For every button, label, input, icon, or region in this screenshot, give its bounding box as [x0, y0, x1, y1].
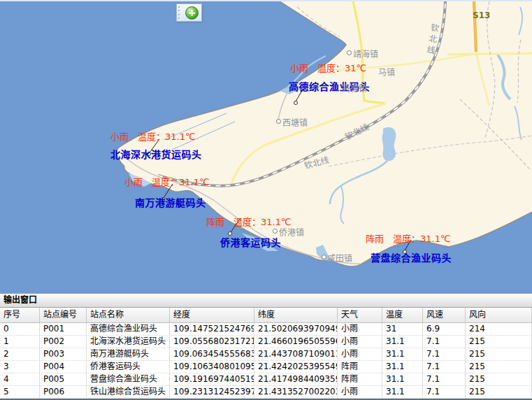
- table-cell: P005: [40, 373, 87, 386]
- table-row[interactable]: 2P003南万港游艇码头109.06345455568321.443708710…: [0, 348, 532, 361]
- column-header[interactable]: 经度: [170, 308, 254, 322]
- table-row[interactable]: 5P006铁山港综合货运码头109.23131245239721.4313527…: [0, 386, 532, 399]
- table-cell: 109.106340801095: [170, 361, 254, 373]
- table-cell: 6.9: [423, 323, 466, 336]
- table-cell: 31: [382, 323, 423, 336]
- table-cell: 109.063454555683: [170, 348, 254, 361]
- output-window-title: 输出窗口: [0, 294, 532, 308]
- table-cell: 109.231312452397: [170, 386, 254, 399]
- table-cell: 215: [466, 348, 532, 361]
- column-header[interactable]: 天气: [338, 308, 382, 322]
- column-header[interactable]: 序号: [0, 308, 40, 322]
- table-cell: 21.4660196505596: [254, 336, 338, 348]
- table-cell: 109.147521524769: [170, 323, 254, 336]
- table-cell: 31.1: [382, 336, 423, 348]
- table-header-row: 序号站点编号站点名称经度纬度天气温度风速风向: [0, 308, 532, 323]
- table-cell: 0: [0, 323, 40, 336]
- column-header[interactable]: 温度: [382, 308, 423, 322]
- table-cell: 215: [466, 386, 532, 399]
- column-header[interactable]: 纬度: [254, 308, 338, 322]
- map-toolbar: +: [176, 3, 202, 22]
- table-cell: 小雨: [338, 348, 382, 361]
- table-cell: 7.1: [423, 373, 466, 386]
- table-cell: 31.1: [382, 361, 423, 373]
- table-cell: P001: [40, 323, 87, 336]
- table-cell: 7.1: [423, 361, 466, 373]
- table-cell: 109.055680231721: [170, 336, 254, 348]
- table-row[interactable]: 0P001高德综合渔业码头109.14752152476921.50206939…: [0, 323, 532, 336]
- output-window-panel: 输出窗口 序号站点编号站点名称经度纬度天气温度风速风向 0P001高德综合渔业码…: [0, 293, 532, 400]
- add-icon: +: [188, 7, 196, 18]
- table-row[interactable]: 4P005营盘综合渔业码头109.19169744051921.41749844…: [0, 373, 532, 386]
- table-cell: P003: [40, 348, 87, 361]
- table-cell: 2: [0, 348, 40, 361]
- table-cell: 215: [466, 336, 532, 348]
- add-marker-button[interactable]: +: [185, 6, 199, 20]
- table-cell: 109.191697440519: [170, 373, 254, 386]
- table-cell: 21.4437087109011: [254, 348, 338, 361]
- column-header[interactable]: 风速: [423, 308, 466, 322]
- table-cell: 21.5020693970949: [254, 323, 338, 336]
- table-row[interactable]: 1P002北海深水港货运码头109.05568023172121.4660196…: [0, 336, 532, 348]
- table-cell: 阵雨: [338, 361, 382, 373]
- table-cell: 214: [466, 323, 532, 336]
- table-cell: 阵雨: [338, 373, 382, 386]
- table-cell: 营盘综合渔业码头: [87, 373, 170, 386]
- table-cell: 4: [0, 373, 40, 386]
- table-cell: P002: [40, 336, 87, 348]
- table-cell: 215: [466, 373, 532, 386]
- map-basemap: [0, 1, 532, 293]
- table-cell: 小雨: [338, 336, 382, 348]
- app-window: 小雨温度：31℃小雨温度：31.1℃小雨温度：31.1℃阵雨温度：31.1℃阵雨…: [0, 0, 532, 400]
- map-canvas[interactable]: 小雨温度：31℃小雨温度：31.1℃小雨温度：31.1℃阵雨温度：31.1℃阵雨…: [0, 0, 532, 293]
- table-cell: 5: [0, 386, 40, 399]
- table-cell: 31.1: [382, 373, 423, 386]
- table-row[interactable]: 3P004侨港客运码头109.10634080109521.4242025395…: [0, 361, 532, 373]
- table-cell: 1: [0, 336, 40, 348]
- toolbar-grip-handle[interactable]: [178, 6, 183, 19]
- table-cell: 南万港游艇码头: [87, 348, 170, 361]
- table-cell: 铁山港综合货运码头: [87, 386, 170, 399]
- table-cell: 小雨: [338, 386, 382, 399]
- stations-table: 序号站点编号站点名称经度纬度天气温度风速风向 0P001高德综合渔业码头109.…: [0, 308, 532, 400]
- table-cell: 3: [0, 361, 40, 373]
- table-cell: 侨港客运码头: [87, 361, 170, 373]
- table-cell: 北海深水港货运码头: [87, 336, 170, 348]
- table-cell: 21.4174984409359: [254, 373, 338, 386]
- table-body: 0P001高德综合渔业码头109.14752152476921.50206939…: [0, 323, 532, 400]
- column-header[interactable]: 站点名称: [87, 308, 170, 322]
- column-header[interactable]: 站点编号: [40, 308, 87, 322]
- column-header[interactable]: 风向: [466, 308, 532, 322]
- table-cell: 7.1: [423, 386, 466, 399]
- table-cell: 小雨: [338, 323, 382, 336]
- table-cell: 21.4313527002203: [254, 386, 338, 399]
- table-cell: 31.1: [382, 348, 423, 361]
- table-cell: 7.1: [423, 348, 466, 361]
- table-cell: 高德综合渔业码头: [87, 323, 170, 336]
- table-cell: 215: [466, 361, 532, 373]
- table-cell: P006: [40, 386, 87, 399]
- table-cell: 21.4242025395549: [254, 361, 338, 373]
- table-cell: P004: [40, 361, 87, 373]
- table-cell: 7.1: [423, 336, 466, 348]
- table-cell: 31.1: [382, 386, 423, 399]
